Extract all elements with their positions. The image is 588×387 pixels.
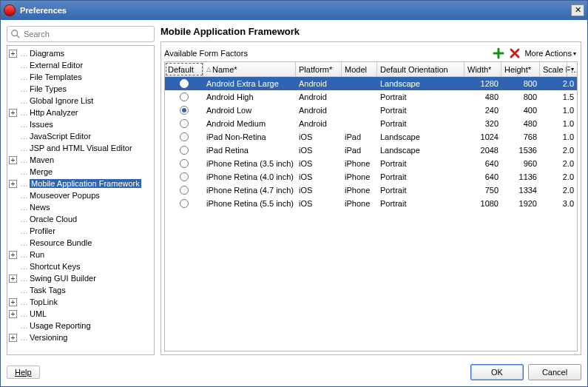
table-row[interactable]: Android Extra LargeAndroidLandscape12808… — [165, 77, 577, 90]
table-row[interactable]: iPad RetinaiOSiPadLandscape204815362.0 — [165, 144, 577, 157]
col-scale[interactable]: Scale F…▾ — [540, 62, 577, 76]
table-row[interactable]: iPhone Retina (4.0 inch)iOSiPhonePortrai… — [165, 170, 577, 184]
tree-item[interactable]: …Issues — [7, 118, 154, 130]
cell-orientation: Landscape — [377, 132, 464, 141]
col-name[interactable]: △Name* — [203, 62, 296, 76]
col-model[interactable]: Model — [342, 62, 377, 76]
default-radio[interactable] — [180, 92, 189, 101]
tree-item[interactable]: …File Types — [7, 83, 154, 95]
cell-platform: iOS — [296, 146, 342, 155]
table-row[interactable]: iPhone Retina (3.5 inch)iOSiPhonePortrai… — [165, 157, 577, 170]
tree-item[interactable]: +…UML — [7, 308, 154, 320]
default-radio[interactable] — [180, 146, 189, 155]
col-platform[interactable]: Platform* — [296, 62, 342, 76]
tree-item[interactable]: +…TopLink — [7, 296, 154, 308]
tree-item[interactable]: +…Swing GUI Builder — [7, 272, 154, 284]
cell-height: 1136 — [501, 172, 540, 181]
ok-button[interactable]: OK — [470, 364, 524, 380]
cell-orientation: Landscape — [377, 146, 464, 155]
default-radio[interactable] — [180, 79, 189, 88]
cell-width: 240 — [464, 106, 501, 115]
tree-item[interactable]: …File Templates — [7, 71, 154, 83]
tree-item[interactable]: …Shortcut Keys — [7, 260, 154, 272]
cell-name: iPhone Retina (4.7 inch) — [203, 186, 296, 195]
tree-item[interactable]: …External Editor — [7, 59, 154, 71]
tree-item[interactable]: …News — [7, 201, 154, 213]
expand-icon[interactable]: + — [9, 50, 17, 58]
tree-item[interactable]: +…Versioning — [7, 332, 154, 343]
tree-indent — [9, 203, 17, 212]
category-tree[interactable]: +…Diagrams…External Editor…File Template… — [7, 45, 155, 355]
tree-item-label: Shortcut Keys — [30, 262, 80, 271]
default-radio[interactable] — [180, 186, 189, 195]
col-orientation[interactable]: Default Orientation — [377, 62, 464, 76]
tree-indent — [9, 144, 17, 152]
col-width[interactable]: Width* — [464, 62, 501, 76]
cell-platform: Android — [296, 79, 342, 88]
tree-item-label: Usage Reporting — [30, 321, 91, 330]
tree-item[interactable]: …Resource Bundle — [7, 237, 154, 249]
tree-indent — [9, 239, 17, 247]
tree-item[interactable]: …Mouseover Popups — [7, 189, 154, 201]
expand-icon[interactable]: + — [9, 156, 17, 164]
table-body[interactable]: Android Extra LargeAndroidLandscape12808… — [165, 77, 577, 351]
tree-item[interactable]: …Merge — [7, 166, 154, 178]
tree-dots: … — [20, 120, 27, 129]
tree-item[interactable]: +…Http Analyzer — [7, 107, 154, 118]
default-radio[interactable] — [180, 159, 189, 168]
tree-item[interactable]: …Usage Reporting — [7, 320, 154, 332]
tree-item-label: UML — [30, 309, 47, 318]
expand-icon[interactable]: + — [9, 180, 17, 188]
tree-item[interactable]: …Profiler — [7, 225, 154, 237]
default-radio[interactable] — [180, 132, 189, 141]
expand-icon[interactable]: + — [9, 251, 17, 259]
tree-item-label: File Templates — [30, 73, 82, 81]
col-default[interactable]: Default — [165, 62, 203, 76]
cell-orientation: Portrait — [377, 106, 464, 115]
cell-name: iPhone Retina (4.0 inch) — [203, 172, 296, 181]
expand-icon[interactable]: + — [9, 310, 17, 318]
tree-dots: … — [20, 333, 27, 342]
tree-item[interactable]: +…Diagrams — [7, 47, 154, 59]
tree-item[interactable]: …JSP and HTML Visual Editor — [7, 142, 154, 154]
tree-item[interactable]: …Global Ignore List — [7, 95, 154, 107]
expand-icon[interactable]: + — [9, 275, 17, 283]
add-icon[interactable] — [490, 46, 507, 61]
cell-height: 1536 — [501, 146, 540, 155]
column-options-icon[interactable]: ▾ — [567, 62, 577, 76]
cell-height: 800 — [501, 92, 540, 101]
default-radio[interactable] — [180, 172, 189, 181]
table-row[interactable]: Android LowAndroidPortrait2404001.0 — [165, 104, 577, 117]
close-icon[interactable]: ✕ — [571, 4, 584, 16]
default-radio[interactable] — [180, 106, 189, 115]
tree-item[interactable]: …Task Tags — [7, 284, 154, 296]
tree-item[interactable]: …Oracle Cloud — [7, 213, 154, 225]
cancel-button[interactable]: Cancel — [528, 364, 581, 380]
tree-item-label: External Editor — [30, 61, 83, 70]
svg-point-0 — [12, 30, 18, 36]
table-row[interactable]: Android MediumAndroidPortrait3204801.0 — [165, 117, 577, 130]
col-height[interactable]: Height* — [501, 62, 540, 76]
table-row[interactable]: iPhone Retina (5.5 inch)iOSiPhonePortrai… — [165, 197, 577, 210]
expand-icon[interactable]: + — [9, 109, 17, 117]
expand-icon[interactable]: + — [9, 334, 17, 342]
table-row[interactable]: iPad Non-RetinaiOSiPadLandscape10247681.… — [165, 130, 577, 144]
tree-item[interactable]: +…Maven — [7, 154, 154, 166]
tree-dots: … — [20, 226, 27, 235]
tree-dots: … — [20, 309, 27, 318]
tree-item-label: Profiler — [30, 226, 55, 235]
delete-icon[interactable] — [507, 46, 523, 61]
search-input[interactable] — [7, 26, 155, 42]
expand-icon[interactable]: + — [9, 298, 17, 306]
default-radio[interactable] — [180, 199, 189, 208]
tree-item[interactable]: +…Run — [7, 249, 154, 260]
tree-item[interactable]: +…Mobile Application Framework — [7, 178, 154, 189]
more-actions-menu[interactable]: More Actions▾ — [523, 49, 578, 58]
tree-item[interactable]: …JavaScript Editor — [7, 130, 154, 142]
table-row[interactable]: iPhone Retina (4.7 inch)iOSiPhonePortrai… — [165, 184, 577, 197]
help-button[interactable]: Help — [7, 366, 40, 379]
tree-dots: … — [20, 286, 27, 295]
table-row[interactable]: Android HighAndroidPortrait4808001.5 — [165, 90, 577, 104]
default-radio[interactable] — [180, 119, 189, 128]
cell-platform: iOS — [296, 199, 342, 208]
